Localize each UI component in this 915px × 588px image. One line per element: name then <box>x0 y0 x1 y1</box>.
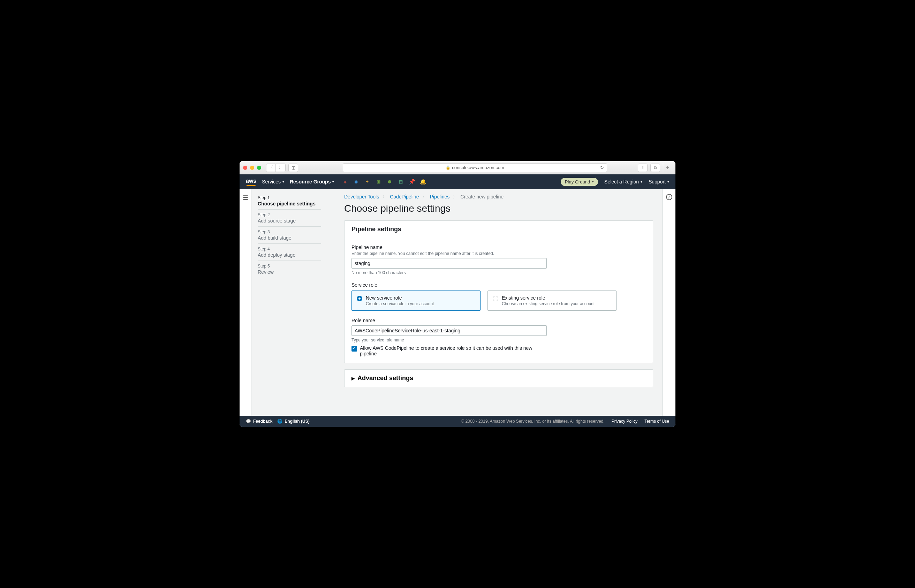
chevron-down-icon: ▾ <box>332 180 334 183</box>
breadcrumb-link[interactable]: Pipelines <box>429 194 449 199</box>
allow-create-role-checkbox[interactable]: Allow AWS CodePipeline to create a servi… <box>352 345 646 356</box>
reload-icon[interactable]: ↻ <box>600 165 604 170</box>
field-hint: No more than 100 characters <box>352 270 646 275</box>
url-text: console.aws.amazon.com <box>452 165 504 170</box>
region-menu[interactable]: Select a Region ▾ <box>604 179 642 184</box>
step-label: Step 2 <box>258 212 321 217</box>
info-icon[interactable]: i <box>666 194 672 200</box>
advanced-settings-panel: ▶ Advanced settings <box>344 369 653 387</box>
support-label: Support <box>649 179 666 184</box>
chevron-down-icon: ▾ <box>667 180 669 183</box>
account-menu[interactable]: Play Ground ▾ <box>561 178 598 186</box>
nav-services-label: Services <box>262 179 281 184</box>
window-controls <box>243 166 261 170</box>
step-title: Add deploy stage <box>258 252 321 258</box>
feedback-label: Feedback <box>253 419 272 424</box>
wizard-step-5[interactable]: Step 5 Review <box>258 264 321 278</box>
left-rail: ☰ <box>240 189 252 416</box>
browser-window: 〈 〉 ◫ 🔒 console.aws.amazon.com ↻ ⇧ ⧉ + a… <box>240 161 675 427</box>
menu-icon[interactable]: ☰ <box>243 194 248 416</box>
service-shortcut-icon[interactable]: ✦ <box>364 179 370 185</box>
globe-icon: 🌐 <box>277 419 282 424</box>
aws-logo[interactable]: aws <box>246 178 256 186</box>
pipeline-name-field: Pipeline name Enter the pipeline name. Y… <box>352 244 646 275</box>
aws-top-nav: aws Services ▾ Resource Groups ▾ ◈ ◉ ✦ ▣… <box>240 174 675 189</box>
language-label: English (US) <box>284 419 309 424</box>
service-shortcut-icon[interactable]: ▤ <box>397 179 404 185</box>
service-shortcut-icon[interactable]: ◈ <box>342 179 348 185</box>
footer: 💬 Feedback 🌐 English (US) © 2008 - 2019,… <box>240 416 675 427</box>
right-rail: i <box>662 189 675 416</box>
option-title: Existing service role <box>502 295 595 300</box>
zoom-window-button[interactable] <box>257 166 261 170</box>
service-shortcut-icon[interactable]: ⬢ <box>386 179 393 185</box>
breadcrumb-link[interactable]: CodePipeline <box>390 194 419 199</box>
shortcut-icons: ◈ ◉ ✦ ▣ ⬢ ▤ 📌 🔔 <box>342 179 426 185</box>
nav-services[interactable]: Services ▾ <box>262 179 284 184</box>
back-button[interactable]: 〈 <box>266 163 276 172</box>
browser-toolbar: 〈 〉 ◫ 🔒 console.aws.amazon.com ↻ ⇧ ⧉ + <box>240 161 675 174</box>
feedback-link[interactable]: 💬 Feedback <box>246 419 272 424</box>
forward-button[interactable]: 〉 <box>276 163 286 172</box>
app-body: ☰ Step 1 Choose pipeline settings Step 2… <box>240 189 675 416</box>
field-label: Pipeline name <box>352 244 646 250</box>
bell-icon[interactable]: 🔔 <box>420 179 426 185</box>
option-desc: Create a service role in your account <box>366 301 434 306</box>
speech-bubble-icon: 💬 <box>246 419 251 424</box>
step-title: Add source stage <box>258 218 321 223</box>
wizard-nav: Step 1 Choose pipeline settings Step 2 A… <box>252 189 321 416</box>
pipeline-settings-panel: Pipeline settings Pipeline name Enter th… <box>344 220 653 363</box>
nav-resource-groups-label: Resource Groups <box>290 179 331 184</box>
minimize-window-button[interactable] <box>250 166 254 170</box>
pin-icon[interactable]: 📌 <box>409 179 415 185</box>
region-label: Select a Region <box>604 179 639 184</box>
chevron-down-icon: ▾ <box>282 180 284 183</box>
breadcrumb-link[interactable]: Developer Tools <box>344 194 379 199</box>
wizard-step-1[interactable]: Step 1 Choose pipeline settings <box>258 195 321 210</box>
footer-right: © 2008 - 2019, Amazon Web Services, Inc.… <box>461 419 669 424</box>
checkbox-icon <box>352 346 357 352</box>
nav-buttons: 〈 〉 <box>266 163 286 172</box>
chevron-down-icon: ▾ <box>592 180 594 183</box>
role-name-field: Role name Type your service role name <box>352 318 646 342</box>
service-role-option-new[interactable]: New service role Create a service role i… <box>352 291 481 311</box>
chevron-right-icon: 〉 <box>422 194 426 199</box>
share-button[interactable]: ⇧ <box>638 163 647 172</box>
copyright-text: © 2008 - 2019, Amazon Web Services, Inc.… <box>461 419 604 424</box>
privacy-link[interactable]: Privacy Policy <box>612 419 638 424</box>
nav-resource-groups[interactable]: Resource Groups ▾ <box>290 179 334 184</box>
service-shortcut-icon[interactable]: ◉ <box>353 179 359 185</box>
service-role-field: Service role New service role Create a s… <box>352 282 646 311</box>
step-label: Step 5 <box>258 264 321 268</box>
pipeline-name-input[interactable] <box>352 258 547 268</box>
language-selector[interactable]: 🌐 English (US) <box>277 419 309 424</box>
new-tab-button[interactable]: + <box>663 163 672 172</box>
option-desc: Choose an existing service role from you… <box>502 301 595 306</box>
field-label: Role name <box>352 318 646 323</box>
radio-icon <box>493 296 498 301</box>
field-label: Service role <box>352 282 646 288</box>
support-menu[interactable]: Support ▾ <box>649 179 669 184</box>
checkbox-label: Allow AWS CodePipeline to create a servi… <box>360 345 548 356</box>
page-title: Choose pipeline settings <box>344 203 653 214</box>
advanced-settings-toggle[interactable]: ▶ Advanced settings <box>345 370 653 387</box>
close-window-button[interactable] <box>243 166 247 170</box>
chevron-right-icon: 〉 <box>453 194 457 199</box>
address-bar[interactable]: 🔒 console.aws.amazon.com ↻ <box>343 163 607 172</box>
tabs-button[interactable]: ⧉ <box>650 163 660 172</box>
service-role-option-existing[interactable]: Existing service role Choose an existing… <box>487 291 616 311</box>
wizard-step-3[interactable]: Step 3 Add build stage <box>258 229 321 244</box>
disclosure-triangle-icon: ▶ <box>352 376 355 381</box>
wizard-step-2[interactable]: Step 2 Add source stage <box>258 212 321 227</box>
role-name-input[interactable] <box>352 325 547 336</box>
panel-header: Pipeline settings <box>345 221 653 238</box>
step-title: Choose pipeline settings <box>258 201 321 207</box>
step-title: Add build stage <box>258 235 321 241</box>
sidebar-toggle-button[interactable]: ◫ <box>288 163 298 172</box>
step-label: Step 3 <box>258 229 321 234</box>
service-shortcut-icon[interactable]: ▣ <box>375 179 381 185</box>
lock-icon: 🔒 <box>445 165 450 170</box>
terms-link[interactable]: Terms of Use <box>644 419 669 424</box>
service-role-options: New service role Create a service role i… <box>352 291 646 311</box>
wizard-step-4[interactable]: Step 4 Add deploy stage <box>258 247 321 261</box>
